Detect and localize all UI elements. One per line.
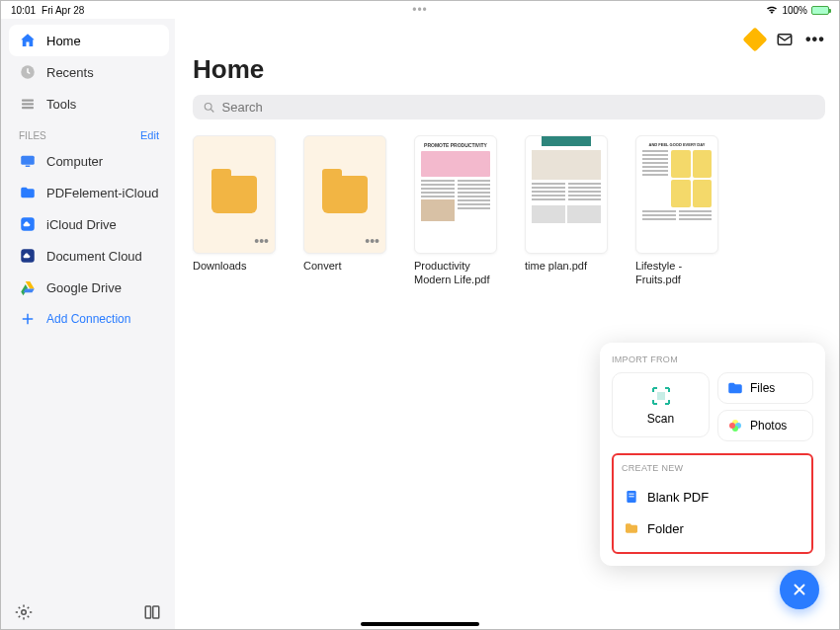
files-section-header: FILES Edit — [9, 119, 169, 145]
icloud-icon — [19, 215, 37, 233]
sidebar-item-recents[interactable]: Recents — [9, 56, 169, 88]
layout-icon[interactable] — [143, 603, 161, 621]
plus-icon — [19, 310, 37, 328]
close-icon — [791, 581, 808, 598]
sidebar-item-document-cloud[interactable]: Document Cloud — [9, 240, 169, 272]
grid-item-lifestyle[interactable]: AND FEEL GOOD EVERY DAY Lifestyle - Frui… — [635, 135, 718, 287]
svg-rect-5 — [26, 166, 31, 168]
premium-icon[interactable] — [742, 27, 767, 51]
main-content: ••• Home ••• Downloads ••• Convert PROMO… — [175, 19, 839, 629]
camera-dots-icon: ••• — [412, 3, 428, 17]
sidebar-item-computer[interactable]: Computer — [9, 145, 169, 177]
svg-rect-19 — [629, 494, 633, 495]
home-icon — [19, 32, 37, 49]
import-from-label: IMPORT FROM — [612, 354, 813, 364]
create-new-section: CREATE NEW Blank PDF Folder — [612, 453, 813, 554]
mail-icon[interactable] — [776, 31, 794, 48]
blank-pdf-icon — [624, 489, 639, 505]
sidebar-item-label: Document Cloud — [46, 249, 142, 264]
grid-item-downloads[interactable]: ••• Downloads — [193, 135, 276, 287]
folder-icon — [19, 184, 37, 201]
home-indicator — [361, 622, 479, 626]
svg-rect-13 — [657, 392, 665, 400]
sidebar-item-pdfelement-icloud[interactable]: PDFelement-iCloud — [9, 177, 169, 208]
close-fab[interactable] — [780, 570, 819, 609]
edit-button[interactable]: Edit — [140, 129, 159, 141]
battery-icon — [811, 6, 829, 15]
files-button[interactable]: Files — [717, 372, 813, 404]
more-icon[interactable]: ••• — [805, 31, 823, 48]
item-more-icon[interactable]: ••• — [365, 233, 379, 249]
folder-button[interactable]: Folder — [622, 512, 803, 544]
photos-icon — [726, 417, 744, 434]
gdrive-icon — [19, 278, 37, 296]
sidebar-item-label: Tools — [46, 97, 76, 112]
sidebar-item-google-drive[interactable]: Google Drive — [9, 272, 169, 303]
sidebar-item-label: Recents — [46, 65, 94, 80]
grid-item-time-plan[interactable]: time plan.pdf — [525, 135, 608, 287]
sidebar-item-home[interactable]: Home — [9, 25, 169, 56]
clock-icon — [19, 63, 37, 81]
svg-point-17 — [729, 423, 735, 429]
status-bar: 10:01 Fri Apr 28 ••• 100% — [1, 1, 839, 19]
search-icon — [203, 101, 216, 115]
folder-icon — [322, 176, 368, 213]
svg-rect-9 — [145, 606, 150, 618]
grid-item-convert[interactable]: ••• Convert — [303, 135, 386, 287]
battery-percent: 100% — [782, 5, 807, 16]
tools-icon — [19, 95, 37, 113]
grid-item-productivity[interactable]: PROMOTE PRODUCTIVITY Productivity Modern… — [414, 135, 497, 287]
search-input[interactable] — [222, 100, 815, 115]
sidebar-item-label: Computer — [46, 154, 103, 169]
sidebar-item-label: Home — [46, 34, 81, 48]
svg-rect-10 — [153, 606, 159, 618]
photos-button[interactable]: Photos — [717, 410, 813, 441]
status-date: Fri Apr 28 — [42, 5, 84, 16]
sidebar-item-label: Add Connection — [46, 312, 130, 326]
sidebar-item-tools[interactable]: Tools — [9, 88, 169, 119]
action-popup: IMPORT FROM Scan Files Photos — [600, 343, 825, 566]
cloud-icon — [19, 247, 37, 265]
wifi-icon — [766, 6, 778, 14]
create-new-label: CREATE NEW — [622, 463, 803, 473]
svg-rect-3 — [22, 107, 34, 109]
sidebar-item-label: PDFelement-iCloud — [46, 186, 158, 200]
svg-rect-20 — [629, 496, 633, 497]
item-more-icon[interactable]: ••• — [254, 233, 269, 249]
computer-icon — [19, 152, 37, 170]
item-label: Lifestyle - Fruits.pdf — [635, 260, 718, 287]
folder-icon — [726, 379, 744, 397]
item-label: time plan.pdf — [525, 260, 608, 274]
svg-rect-1 — [22, 100, 34, 102]
sidebar-item-label: Google Drive — [46, 280, 122, 295]
add-connection-button[interactable]: Add Connection — [9, 303, 169, 335]
settings-icon[interactable] — [15, 603, 33, 621]
scan-icon — [649, 384, 673, 408]
scan-button[interactable]: Scan — [612, 372, 710, 437]
search-bar[interactable] — [193, 95, 825, 119]
item-label: Convert — [303, 260, 386, 274]
blank-pdf-button[interactable]: Blank PDF — [622, 481, 803, 512]
sidebar-item-icloud-drive[interactable]: iCloud Drive — [9, 208, 169, 240]
item-label: Productivity Modern Life.pdf — [414, 260, 497, 287]
sidebar: Home Recents Tools FILES Edit Computer P… — [1, 19, 175, 629]
svg-point-8 — [22, 610, 27, 615]
svg-rect-4 — [21, 156, 35, 165]
page-title: Home — [193, 54, 825, 85]
sidebar-item-label: iCloud Drive — [46, 217, 117, 232]
folder-icon — [211, 176, 257, 213]
item-label: Downloads — [193, 260, 276, 274]
svg-rect-2 — [22, 103, 34, 105]
svg-point-12 — [205, 103, 211, 110]
status-time: 10:01 — [11, 5, 36, 16]
folder-icon — [624, 520, 639, 536]
